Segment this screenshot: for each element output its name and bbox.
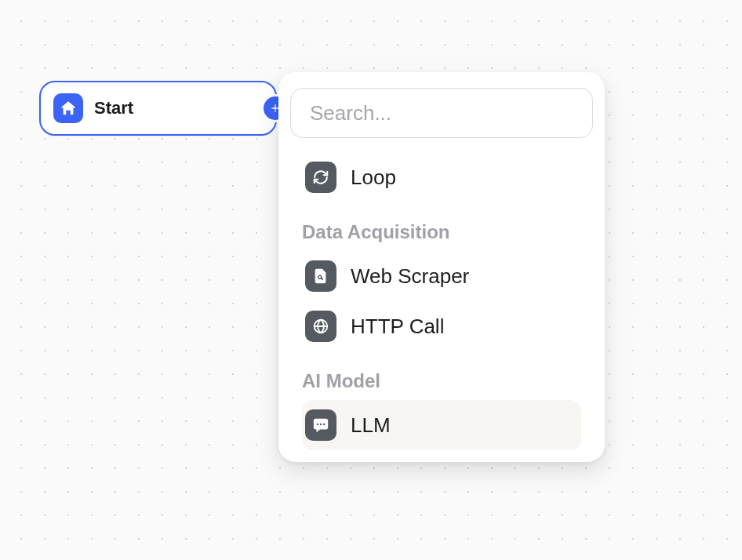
workflow-canvas[interactable]: Start Loop xyxy=(0,0,742,560)
menu-item-label: HTTP Call xyxy=(351,315,444,339)
start-node[interactable]: Start xyxy=(39,81,277,136)
file-search-icon xyxy=(305,260,336,292)
group-ai-model: AI Model xyxy=(302,370,581,392)
loop-icon xyxy=(305,162,336,193)
search-input[interactable] xyxy=(290,88,593,138)
node-picker-menu: Loop Data Acquisition Web Scraper xyxy=(278,72,605,462)
menu-item-http-call[interactable]: HTTP Call xyxy=(302,301,581,351)
group-data-acquisition: Data Acquisition xyxy=(302,221,581,243)
menu-item-loop[interactable]: Loop xyxy=(302,152,581,202)
home-icon xyxy=(53,93,83,123)
menu-item-label: Web Scraper xyxy=(351,264,469,289)
start-node-label: Start xyxy=(94,98,133,118)
menu-item-llm[interactable]: LLM xyxy=(302,400,581,450)
menu-item-label: LLM xyxy=(351,413,391,438)
chat-icon xyxy=(305,409,336,441)
menu-item-web-scraper[interactable]: Web Scraper xyxy=(302,251,581,301)
menu-item-label: Loop xyxy=(351,165,396,190)
globe-icon xyxy=(305,311,336,342)
